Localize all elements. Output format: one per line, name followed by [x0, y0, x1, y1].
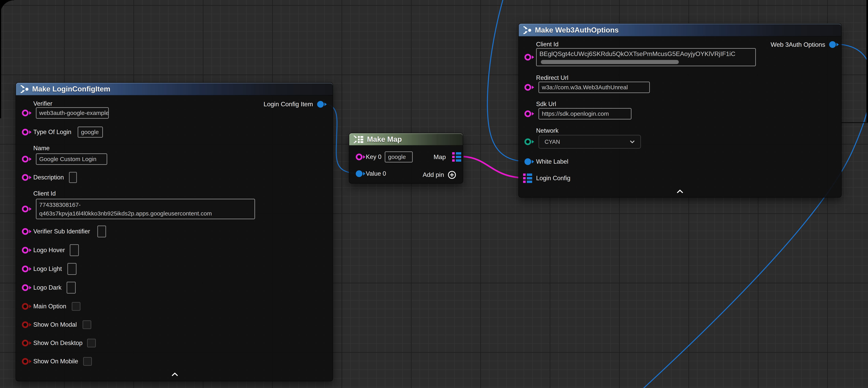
logo-light-input[interactable] — [67, 263, 76, 275]
pin-verifier-sub-identifier[interactable] — [22, 228, 32, 235]
pin-show-on-desktop[interactable] — [22, 340, 32, 347]
description-input[interactable] — [69, 172, 77, 183]
pin-description[interactable] — [22, 174, 32, 181]
pin-label-white-label: White Label — [536, 158, 568, 165]
node-title: Make LoginConfigItem — [32, 85, 111, 93]
output-pin-login-config-item[interactable] — [317, 101, 328, 108]
output-pin-label: Web 3Auth Options — [771, 41, 825, 48]
network-dropdown[interactable]: CYAN — [538, 135, 641, 149]
right-edge-border — [866, 0, 868, 123]
pin-label-logo-hover: Logo Hover — [33, 247, 65, 254]
node-title: Make Web3AuthOptions — [535, 26, 619, 34]
show-on-modal-checkbox[interactable] — [83, 320, 91, 329]
pin-label-network: Network — [536, 127, 559, 134]
dropdown-chevron-icon — [630, 140, 635, 143]
node-header[interactable]: Make Web3AuthOptions — [519, 24, 841, 36]
node-make-login-config-item[interactable]: Make LoginConfigItem Login Config Item V… — [16, 82, 333, 381]
pin-client-id[interactable] — [22, 206, 32, 212]
pin-label-name: Name — [33, 145, 50, 152]
pin-label-login-config: Login Config — [536, 175, 570, 182]
pin-name[interactable] — [22, 156, 32, 162]
pin-label-type-of-login: Type Of Login — [33, 128, 71, 136]
type-of-login-input[interactable]: google — [78, 126, 103, 138]
pin-white-label[interactable] — [524, 158, 535, 165]
name-input[interactable]: Google Custom Login — [36, 153, 107, 165]
node-make-web3auth-options[interactable]: Make Web3AuthOptions Web 3Auth Options C… — [518, 23, 842, 198]
pin-label-client-id: Client Id — [536, 41, 559, 48]
pin-label-show-on-modal: Show On Modal — [33, 321, 77, 328]
pin-label-client-id: Client Id — [33, 190, 56, 197]
client-id-scrollbar[interactable] — [541, 60, 679, 64]
client-id-input[interactable]: 774338308167- q463s7kpvja16l4l0kko3nb925… — [36, 199, 255, 219]
add-pin-label: Add pin — [423, 171, 444, 178]
sdk-url-input[interactable]: https://sdk.openlogin.com — [538, 108, 631, 119]
map-pin-icon[interactable] — [452, 152, 462, 162]
pin-logo-light[interactable] — [22, 266, 32, 272]
make-map-icon — [353, 136, 364, 143]
wire-offscreen-to-white-label[interactable] — [488, 0, 522, 161]
node-header[interactable]: Make LoginConfigItem — [16, 83, 333, 95]
make-struct-icon — [523, 26, 531, 34]
pin-label-main-option: Main Option — [33, 303, 66, 310]
pin-label-key0: Key 0 — [366, 153, 381, 160]
output-pin-web3auth-options[interactable] — [829, 41, 839, 48]
right-panel-divider — [841, 122, 868, 123]
pin-label-verifier: Verifier — [33, 100, 52, 107]
pin-main-option[interactable] — [22, 303, 32, 310]
pin-network[interactable] — [524, 139, 535, 145]
pin-show-on-mobile[interactable] — [22, 358, 32, 365]
pin-key0[interactable] — [356, 154, 366, 160]
login-config-map-pin-icon[interactable] — [523, 173, 532, 183]
pin-logo-dark[interactable] — [22, 284, 32, 291]
node-make-map[interactable]: Make Map Key 0 google Map Value 0 Add pi… — [349, 133, 463, 184]
blueprint-graph-canvas[interactable]: Make LoginConfigItem Login Config Item V… — [0, 0, 868, 388]
show-on-mobile-checkbox[interactable] — [83, 357, 92, 366]
add-pin-icon[interactable] — [447, 171, 456, 179]
node-title: Make Map — [367, 135, 402, 144]
pin-label-redirect-url: Redirect Url — [536, 74, 568, 82]
pin-label-logo-dark: Logo Dark — [33, 284, 61, 291]
node-header[interactable]: Make Map — [349, 133, 463, 146]
pin-sdk-url[interactable] — [524, 111, 535, 117]
pin-client-id[interactable] — [524, 54, 535, 61]
pin-label-value0: Value 0 — [366, 170, 386, 177]
wire-map-to-login-config[interactable] — [464, 156, 522, 178]
main-option-checkbox[interactable] — [72, 302, 81, 311]
output-pin-label-map: Map — [434, 153, 446, 161]
verifier-input[interactable]: web3auth-google-example — [36, 107, 109, 119]
pin-redirect-url[interactable] — [524, 84, 535, 91]
pin-label-description: Description — [33, 174, 64, 181]
pin-label-sdk-url: Sdk Url — [536, 100, 556, 108]
pin-type-of-login[interactable] — [22, 129, 32, 136]
pin-verifier[interactable] — [22, 110, 32, 116]
logo-dark-input[interactable] — [67, 282, 76, 294]
pin-label-verifier-sub-identifier: Verifier Sub Identifier — [33, 228, 90, 235]
pin-label-logo-light: Logo Light — [33, 265, 62, 272]
output-pin-label: Login Config Item — [264, 100, 313, 108]
key0-input[interactable]: google — [385, 151, 413, 162]
make-struct-icon — [20, 85, 29, 93]
redirect-url-input[interactable]: w3a://com.w3a.Web3AuthUnreal — [538, 82, 650, 93]
pin-logo-hover[interactable] — [22, 247, 32, 253]
pin-value0[interactable] — [356, 170, 366, 177]
client-id-line1: 774338308167- — [39, 201, 252, 209]
left-edge-border — [0, 0, 1, 118]
collapse-chevron-icon[interactable] — [171, 372, 179, 377]
graph-rounded-corner — [0, 0, 14, 14]
pin-label-show-on-desktop: Show On Desktop — [33, 339, 83, 347]
show-on-desktop-checkbox[interactable] — [87, 339, 96, 348]
collapse-chevron-icon[interactable] — [676, 189, 684, 193]
verifier-sub-identifier-input[interactable] — [97, 226, 106, 237]
network-dropdown-value: CYAN — [545, 139, 560, 145]
client-id-line2: q463s7kpvja16l4l0kko3nb925ikds2p.apps.go… — [39, 209, 252, 218]
pin-show-on-modal[interactable] — [22, 321, 32, 328]
pin-label-show-on-mobile: Show On Mobile — [33, 358, 78, 365]
logo-hover-input[interactable] — [70, 244, 79, 256]
